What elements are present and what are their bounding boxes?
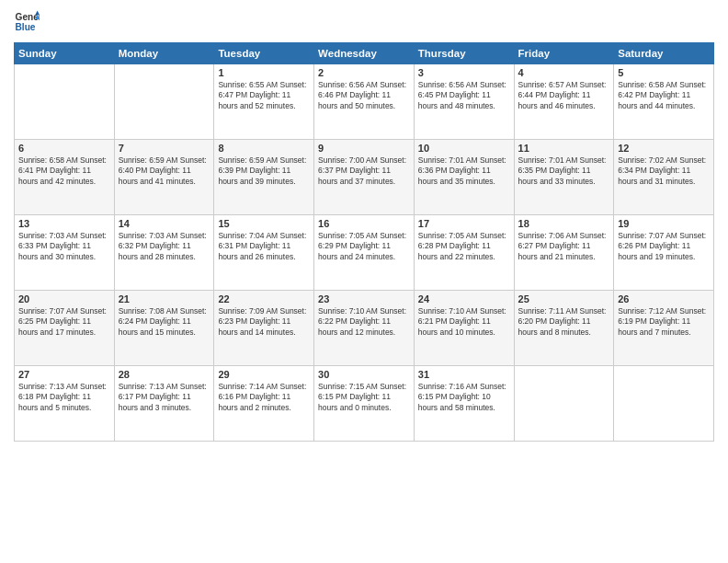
cell-content: Sunrise: 7:12 AM Sunset: 6:19 PM Dayligh… [618, 306, 710, 338]
calendar-cell: 22Sunrise: 7:09 AM Sunset: 6:23 PM Dayli… [214, 291, 314, 366]
cell-content: Sunrise: 7:06 AM Sunset: 6:27 PM Dayligh… [518, 231, 610, 262]
calendar-cell: 27Sunrise: 7:13 AM Sunset: 6:18 PM Dayli… [15, 366, 115, 442]
day-number: 2 [318, 67, 410, 78]
calendar-cell: 2Sunrise: 6:56 AM Sunset: 6:46 PM Daylig… [314, 64, 415, 140]
day-number: 1 [218, 67, 310, 78]
calendar-cell: 25Sunrise: 7:11 AM Sunset: 6:20 PM Dayli… [514, 291, 614, 366]
calendar-cell: 24Sunrise: 7:10 AM Sunset: 6:21 PM Dayli… [414, 291, 514, 366]
cell-content: Sunrise: 6:59 AM Sunset: 6:40 PM Dayligh… [119, 155, 210, 187]
day-number: 11 [518, 143, 610, 154]
calendar-cell: 15Sunrise: 7:04 AM Sunset: 6:31 PM Dayli… [214, 215, 314, 291]
calendar-cell: 30Sunrise: 7:15 AM Sunset: 6:15 PM Dayli… [314, 366, 415, 442]
day-number: 10 [418, 143, 510, 154]
calendar-cell: 28Sunrise: 7:13 AM Sunset: 6:17 PM Dayli… [114, 366, 214, 442]
calendar-cell: 10Sunrise: 7:01 AM Sunset: 6:36 PM Dayli… [414, 140, 514, 215]
cell-content: Sunrise: 7:03 AM Sunset: 6:33 PM Dayligh… [18, 231, 110, 262]
calendar-cell: 17Sunrise: 7:05 AM Sunset: 6:28 PM Dayli… [414, 215, 514, 291]
dow-header: Friday [514, 43, 614, 64]
day-number: 18 [518, 218, 610, 229]
cell-content: Sunrise: 7:01 AM Sunset: 6:36 PM Dayligh… [418, 155, 510, 187]
page-header: General Blue [14, 9, 714, 35]
calendar-cell: 19Sunrise: 7:07 AM Sunset: 6:26 PM Dayli… [614, 215, 714, 291]
cell-content: Sunrise: 7:07 AM Sunset: 6:25 PM Dayligh… [18, 306, 110, 338]
logo: General Blue [14, 9, 40, 35]
calendar-cell: 23Sunrise: 7:10 AM Sunset: 6:22 PM Dayli… [314, 291, 415, 366]
calendar-cell: 16Sunrise: 7:05 AM Sunset: 6:29 PM Dayli… [314, 215, 415, 291]
cell-content: Sunrise: 7:03 AM Sunset: 6:32 PM Dayligh… [119, 231, 210, 262]
cell-content: Sunrise: 7:04 AM Sunset: 6:31 PM Dayligh… [218, 231, 310, 262]
calendar-cell: 11Sunrise: 7:01 AM Sunset: 6:35 PM Dayli… [514, 140, 614, 215]
cell-content: Sunrise: 7:05 AM Sunset: 6:28 PM Dayligh… [418, 231, 510, 262]
calendar-cell: 3Sunrise: 6:56 AM Sunset: 6:45 PM Daylig… [414, 64, 514, 140]
day-number: 12 [618, 143, 710, 154]
calendar-cell: 1Sunrise: 6:55 AM Sunset: 6:47 PM Daylig… [214, 64, 314, 140]
dow-header: Thursday [414, 43, 514, 64]
calendar-cell: 13Sunrise: 7:03 AM Sunset: 6:33 PM Dayli… [15, 215, 115, 291]
cell-content: Sunrise: 7:07 AM Sunset: 6:26 PM Dayligh… [618, 231, 710, 262]
calendar-cell [614, 366, 714, 442]
day-number: 30 [318, 369, 410, 380]
calendar-cell: 5Sunrise: 6:58 AM Sunset: 6:42 PM Daylig… [614, 64, 714, 140]
calendar-cell: 6Sunrise: 6:58 AM Sunset: 6:41 PM Daylig… [15, 140, 115, 215]
day-number: 28 [119, 369, 210, 380]
cell-content: Sunrise: 7:09 AM Sunset: 6:23 PM Dayligh… [218, 306, 310, 338]
day-number: 23 [318, 293, 410, 304]
dow-header: Sunday [15, 43, 115, 64]
cell-content: Sunrise: 7:14 AM Sunset: 6:16 PM Dayligh… [218, 382, 310, 413]
calendar-cell: 4Sunrise: 6:57 AM Sunset: 6:44 PM Daylig… [514, 64, 614, 140]
cell-content: Sunrise: 7:10 AM Sunset: 6:22 PM Dayligh… [318, 306, 410, 338]
cell-content: Sunrise: 6:56 AM Sunset: 6:46 PM Dayligh… [318, 80, 410, 111]
day-number: 7 [119, 143, 210, 154]
day-number: 15 [218, 218, 310, 229]
calendar-cell: 14Sunrise: 7:03 AM Sunset: 6:32 PM Dayli… [114, 215, 214, 291]
calendar-cell: 12Sunrise: 7:02 AM Sunset: 6:34 PM Dayli… [614, 140, 714, 215]
cell-content: Sunrise: 7:15 AM Sunset: 6:15 PM Dayligh… [318, 382, 410, 413]
calendar-cell: 20Sunrise: 7:07 AM Sunset: 6:25 PM Dayli… [15, 291, 115, 366]
cell-content: Sunrise: 6:58 AM Sunset: 6:41 PM Dayligh… [18, 155, 110, 187]
day-number: 14 [119, 218, 210, 229]
day-number: 4 [518, 67, 610, 78]
dow-header: Wednesday [314, 43, 415, 64]
cell-content: Sunrise: 6:58 AM Sunset: 6:42 PM Dayligh… [618, 80, 710, 111]
day-number: 13 [18, 218, 110, 229]
cell-content: Sunrise: 7:01 AM Sunset: 6:35 PM Dayligh… [518, 155, 610, 187]
calendar-cell: 31Sunrise: 7:16 AM Sunset: 6:15 PM Dayli… [414, 366, 514, 442]
calendar-cell [514, 366, 614, 442]
calendar-cell [15, 64, 115, 140]
dow-header: Tuesday [214, 43, 314, 64]
cell-content: Sunrise: 7:11 AM Sunset: 6:20 PM Dayligh… [518, 306, 610, 338]
day-number: 19 [618, 218, 710, 229]
cell-content: Sunrise: 6:55 AM Sunset: 6:47 PM Dayligh… [218, 80, 310, 111]
day-number: 25 [518, 293, 610, 304]
cell-content: Sunrise: 6:59 AM Sunset: 6:39 PM Dayligh… [218, 155, 310, 187]
day-number: 3 [418, 67, 510, 78]
calendar-cell: 9Sunrise: 7:00 AM Sunset: 6:37 PM Daylig… [314, 140, 415, 215]
day-number: 22 [218, 293, 310, 304]
calendar-cell: 26Sunrise: 7:12 AM Sunset: 6:19 PM Dayli… [614, 291, 714, 366]
day-number: 6 [18, 143, 110, 154]
cell-content: Sunrise: 7:02 AM Sunset: 6:34 PM Dayligh… [618, 155, 710, 187]
calendar-cell: 18Sunrise: 7:06 AM Sunset: 6:27 PM Dayli… [514, 215, 614, 291]
cell-content: Sunrise: 6:57 AM Sunset: 6:44 PM Dayligh… [518, 80, 610, 111]
cell-content: Sunrise: 7:08 AM Sunset: 6:24 PM Dayligh… [119, 306, 210, 338]
day-number: 29 [218, 369, 310, 380]
svg-text:Blue: Blue [16, 22, 36, 32]
day-number: 27 [18, 369, 110, 380]
cell-content: Sunrise: 7:16 AM Sunset: 6:15 PM Dayligh… [418, 382, 510, 413]
day-number: 26 [618, 293, 710, 304]
calendar-cell: 29Sunrise: 7:14 AM Sunset: 6:16 PM Dayli… [214, 366, 314, 442]
day-number: 24 [418, 293, 510, 304]
cell-content: Sunrise: 7:13 AM Sunset: 6:18 PM Dayligh… [18, 382, 110, 413]
cell-content: Sunrise: 7:13 AM Sunset: 6:17 PM Dayligh… [119, 382, 210, 413]
calendar-cell: 7Sunrise: 6:59 AM Sunset: 6:40 PM Daylig… [114, 140, 214, 215]
cell-content: Sunrise: 6:56 AM Sunset: 6:45 PM Dayligh… [418, 80, 510, 111]
day-number: 31 [418, 369, 510, 380]
calendar-cell [114, 64, 214, 140]
day-number: 16 [318, 218, 410, 229]
logo-icon: General Blue [14, 9, 40, 35]
calendar-cell: 21Sunrise: 7:08 AM Sunset: 6:24 PM Dayli… [114, 291, 214, 366]
day-number: 9 [318, 143, 410, 154]
dow-header: Monday [114, 43, 214, 64]
cell-content: Sunrise: 7:10 AM Sunset: 6:21 PM Dayligh… [418, 306, 510, 338]
day-number: 5 [618, 67, 710, 78]
